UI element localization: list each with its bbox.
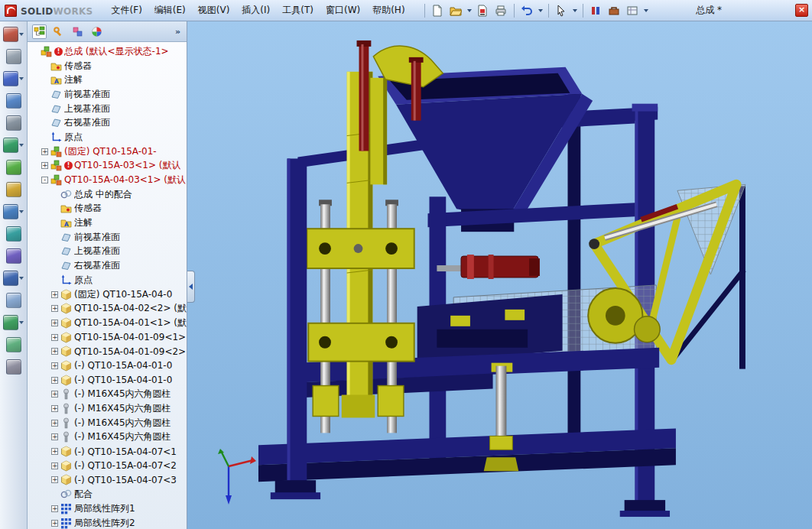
tree-item[interactable]: 右视基准面	[30, 258, 187, 273]
tree-item[interactable]: +(-) QT10-15A-04-01-0	[30, 359, 187, 373]
menu-edit[interactable]: 编辑(E)	[148, 0, 192, 21]
tree-item[interactable]: +QT10-15A-04-01<1> (默	[30, 316, 187, 330]
expand-icon[interactable]: +	[41, 162, 48, 169]
undo-icon[interactable]	[519, 2, 535, 18]
expand-icon[interactable]: +	[51, 334, 58, 341]
tree-item[interactable]: +(-) M16X45内六角圆柱	[30, 401, 187, 416]
expand-icon[interactable]: +	[51, 505, 58, 512]
left-tool-6-button[interactable]	[3, 138, 24, 153]
tree-item[interactable]: +(-) QT10-15A-04-01-0	[30, 373, 187, 388]
tree-item[interactable]: 前视基准面	[30, 230, 187, 245]
tree-item[interactable]: A注解	[30, 216, 187, 230]
panel-expand-chevron[interactable]: »	[174, 27, 182, 37]
expand-icon[interactable]: +	[51, 433, 58, 440]
left-tool-5-button[interactable]	[6, 115, 21, 131]
dropdown-arrow-icon[interactable]	[19, 144, 24, 147]
configurationmanager-tab[interactable]	[70, 24, 85, 39]
expand-icon[interactable]: +	[41, 148, 48, 155]
tree-item[interactable]: +局部线性阵列1	[30, 501, 187, 516]
left-tool-7-button[interactable]	[6, 160, 21, 175]
dropdown-arrow-icon[interactable]	[19, 33, 24, 36]
new-document-icon[interactable]	[430, 2, 446, 18]
tree-item[interactable]: +QT10-15A-04-01-09<2>	[30, 344, 187, 359]
dropdown-arrow-icon[interactable]	[573, 9, 577, 12]
select-icon[interactable]	[554, 2, 570, 18]
tree-item[interactable]: 原点	[30, 273, 187, 287]
left-tool-4-button[interactable]	[6, 93, 21, 109]
left-tool-1-button[interactable]	[3, 27, 24, 42]
expand-icon[interactable]: +	[51, 391, 58, 398]
tree-item[interactable]: +!QT10-15A-03<1> (默认	[30, 159, 187, 174]
tree-item[interactable]: +(-) M16X45内六角圆柱	[30, 416, 187, 430]
left-tool-12-button[interactable]	[3, 271, 24, 286]
left-tool-10-button[interactable]	[6, 226, 21, 242]
dropdown-arrow-icon[interactable]	[19, 277, 24, 280]
expand-icon[interactable]: +	[51, 462, 58, 469]
tree-item[interactable]: +(固定) QT10-15A-01-	[30, 144, 187, 159]
left-tool-11-button[interactable]	[6, 248, 21, 264]
tree-item[interactable]: +(固定) QT10-15A-04-0	[30, 287, 187, 302]
open-icon[interactable]	[448, 2, 464, 18]
close-button[interactable]: ×	[795, 4, 808, 17]
menu-insert[interactable]: 插入(I)	[235, 0, 276, 21]
color-bars-icon[interactable]	[588, 2, 604, 18]
toolbox-icon[interactable]	[606, 2, 622, 18]
tree-item[interactable]: +(-) QT10-15A-04-07<2	[30, 459, 187, 473]
dropdown-arrow-icon[interactable]	[19, 210, 24, 213]
dropdown-arrow-icon[interactable]	[467, 9, 472, 12]
left-tool-16-button[interactable]	[6, 359, 21, 375]
tree-item[interactable]: 右视基准面	[30, 115, 187, 130]
tree-item[interactable]: +(-) QT10-15A-04-07<3	[30, 473, 187, 488]
dropdown-arrow-icon[interactable]	[19, 321, 24, 324]
expand-icon[interactable]: +	[51, 362, 58, 369]
tree-item[interactable]: A注解	[30, 73, 187, 87]
menu-view[interactable]: 视图(V)	[192, 0, 236, 21]
tree-item[interactable]: 上视基准面	[30, 102, 187, 116]
print-icon[interactable]	[493, 2, 509, 18]
left-tool-2-button[interactable]	[6, 49, 21, 64]
menu-help[interactable]: 帮助(H)	[366, 0, 411, 21]
collapse-icon[interactable]: -	[41, 177, 48, 183]
expand-icon[interactable]: +	[51, 305, 58, 312]
tree-item[interactable]: 原点	[30, 130, 187, 144]
graphics-viewport[interactable]	[187, 21, 812, 529]
featuremanager-tab[interactable]	[32, 24, 47, 39]
tree-item[interactable]: +(-) M16X45内六角圆柱	[30, 430, 187, 445]
left-tool-13-button[interactable]	[6, 293, 21, 308]
tree-item[interactable]: !总成 (默认<显示状态-1>	[30, 44, 187, 59]
tree-item[interactable]: +QT10-15A-04-02<2> (默	[30, 301, 187, 316]
tree-item[interactable]: +(-) M16X45内六角圆柱	[30, 388, 187, 402]
menu-file[interactable]: 文件(F)	[106, 0, 148, 21]
tree-item[interactable]: +QT10-15A-04-01-09<1>	[30, 330, 187, 345]
tree-item[interactable]: 传感器	[30, 59, 187, 73]
expand-icon[interactable]: +	[51, 320, 58, 326]
view-settings-icon[interactable]	[625, 2, 641, 18]
displaymanager-tab[interactable]	[89, 24, 104, 39]
expand-icon[interactable]: +	[51, 420, 58, 427]
left-tool-3-button[interactable]	[3, 71, 24, 86]
expand-icon[interactable]: +	[51, 291, 58, 298]
menu-tools[interactable]: 工具(T)	[276, 0, 320, 21]
tree-item[interactable]: 前视基准面	[30, 87, 187, 102]
tree-item[interactable]: +局部线性阵列2	[30, 516, 187, 529]
tree-item[interactable]: -QT10-15A-04-03<1> (默认	[30, 173, 187, 187]
expand-icon[interactable]: +	[51, 448, 58, 455]
propertymanager-tab[interactable]	[51, 24, 66, 39]
machine-3d-model[interactable]	[187, 21, 812, 529]
left-tool-9-button[interactable]	[3, 204, 24, 219]
expand-icon[interactable]: +	[51, 405, 58, 412]
dropdown-arrow-icon[interactable]	[19, 77, 24, 80]
dropdown-arrow-icon[interactable]	[644, 9, 648, 12]
left-tool-15-button[interactable]	[6, 337, 21, 352]
tree-item[interactable]: 总成 中的配合	[30, 187, 187, 202]
expand-icon[interactable]: +	[51, 377, 58, 384]
left-tool-8-button[interactable]	[6, 182, 21, 197]
expand-icon[interactable]: +	[51, 348, 58, 355]
expand-icon[interactable]: +	[51, 476, 58, 483]
print-preview-icon[interactable]	[475, 2, 491, 18]
tree-item[interactable]: 上视基准面	[30, 245, 187, 259]
panel-splitter[interactable]	[187, 271, 195, 303]
tree-item[interactable]: +(-) QT10-15A-04-07<1	[30, 444, 187, 459]
menu-window[interactable]: 窗口(W)	[320, 0, 366, 21]
tree-item[interactable]: 传感器	[30, 202, 187, 216]
